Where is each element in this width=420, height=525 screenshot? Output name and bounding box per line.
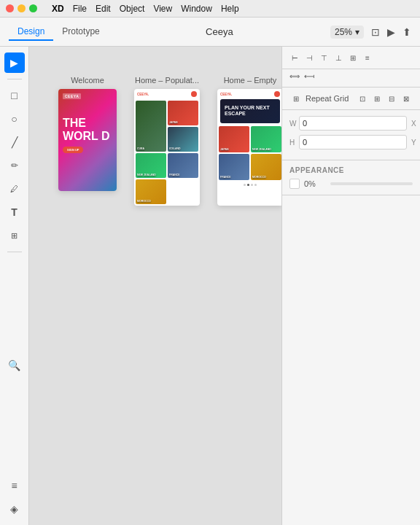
menu-window[interactable]: Window bbox=[181, 4, 212, 14]
zoom-control[interactable]: 25% ▾ bbox=[330, 26, 364, 39]
home-empty-plan-text: PLAN YOUR NEXT ESCAPE bbox=[225, 105, 276, 117]
he-cell-japan-label: JAPAN bbox=[220, 148, 229, 151]
menu-edit[interactable]: Edit bbox=[96, 4, 111, 14]
cell-japan-label: JAPAN bbox=[169, 121, 178, 124]
pen-tool[interactable]: ✏ bbox=[4, 155, 25, 176]
align-left-tool[interactable]: ⊢ bbox=[288, 51, 301, 64]
artboard-home-empty: Home – Empty CEEYA. PLAN YOUR NEXT ESCAP… bbox=[217, 76, 281, 206]
share-icon[interactable]: ⬆ bbox=[402, 26, 411, 38]
welcome-big-text: THE WORL D bbox=[63, 117, 112, 142]
right-panel: ⊢ ⊣ ⊤ ⊥ ⊞ ≡ ⟺ ⟻ ⊞ Repeat Grid ⊡ ⊞ ⊟ ⊠ bbox=[281, 47, 420, 525]
select-tool[interactable]: ▶ bbox=[4, 52, 25, 73]
home-populate-logo: CEEYA. bbox=[137, 93, 149, 96]
rp-icon-4[interactable]: ⊠ bbox=[400, 92, 413, 105]
artboard-welcome-frame[interactable]: CEEYA THE WORL D SIGN UP bbox=[58, 89, 117, 191]
play-icon[interactable]: ▶ bbox=[387, 26, 395, 38]
home-empty-dot bbox=[274, 91, 280, 97]
tab-design[interactable]: Design bbox=[9, 23, 53, 41]
welcome-signup-button[interactable]: SIGN UP bbox=[63, 147, 83, 153]
canvas[interactable]: Welcome CEEYA THE WORL D SIGN UP Home – … bbox=[29, 47, 281, 525]
tab-prototype[interactable]: Prototype bbox=[53, 23, 108, 41]
y-field: Y bbox=[411, 135, 420, 149]
ellipse-tool[interactable]: ○ bbox=[4, 109, 25, 129]
rp-icon-3[interactable]: ⊟ bbox=[385, 92, 398, 105]
layers-icon[interactable]: ≡ bbox=[4, 475, 25, 496]
menu-file[interactable]: File bbox=[73, 4, 87, 14]
he-cell-france-label: FRANCE bbox=[220, 176, 231, 179]
he-cell-morocco: MOROCCO bbox=[251, 154, 281, 180]
home-empty-hero: PLAN YOUR NEXT ESCAPE bbox=[220, 99, 280, 123]
width-label: W bbox=[289, 120, 297, 128]
zoom-tool[interactable]: 🔍 bbox=[4, 355, 25, 376]
traffic-lights bbox=[6, 4, 37, 12]
cell-morocco: MOROCCO bbox=[136, 179, 166, 204]
menu-help[interactable]: Help bbox=[221, 4, 239, 14]
toolbar-right: 25% ▾ ⊡ ▶ ⬆ bbox=[330, 26, 411, 39]
brush-tool[interactable]: 🖊 bbox=[4, 179, 25, 199]
artboards-container: Welcome CEEYA THE WORL D SIGN UP Home – … bbox=[44, 61, 281, 220]
hy-row: H Y bbox=[289, 135, 413, 149]
canvas-inner: Welcome CEEYA THE WORL D SIGN UP Home – … bbox=[44, 61, 281, 525]
home-populate-header: CEEYA. bbox=[134, 89, 200, 99]
he-cell-france: FRANCE bbox=[219, 154, 249, 180]
cell-japan: JAPAN bbox=[168, 101, 198, 125]
cell-newzealand-label: NEW ZEALAND bbox=[137, 174, 156, 176]
rp-icon-1[interactable]: ⊡ bbox=[356, 92, 369, 105]
he-cell-newzealand: NEW ZEALAND bbox=[251, 126, 281, 152]
align-tools-row2: ⟺ ⟻ bbox=[282, 69, 420, 88]
opacity-row: 0% bbox=[289, 179, 413, 189]
main-area: ▶ □ ○ ╱ ✏ 🖊 T ⊞ 🔍 ≡ ◈ Welcome CEEYA THE … bbox=[0, 47, 420, 525]
width-input[interactable] bbox=[299, 116, 407, 131]
opacity-value: 0% bbox=[304, 179, 326, 188]
document-title: Ceeya bbox=[109, 26, 330, 37]
artboard-home-empty-label: Home – Empty bbox=[224, 76, 277, 85]
menu-view[interactable]: View bbox=[153, 4, 172, 14]
width-field: W bbox=[289, 116, 407, 131]
x-field: X bbox=[411, 116, 420, 131]
cell-newzealand: NEW ZEALAND bbox=[136, 153, 166, 178]
opacity-checkbox[interactable] bbox=[289, 179, 300, 189]
menu-object[interactable]: Object bbox=[120, 4, 145, 14]
left-toolbar: ▶ □ ○ ╱ ✏ 🖊 T ⊞ 🔍 ≡ ◈ bbox=[0, 47, 29, 525]
cell-cuba-label: CUBA bbox=[137, 147, 144, 150]
distribute-v-tool[interactable]: ⟻ bbox=[303, 69, 316, 82]
artboard-welcome-label: Welcome bbox=[71, 76, 104, 85]
separator bbox=[7, 79, 22, 79]
artboard-home-populate-label: Home – Populat... bbox=[135, 76, 199, 85]
home-empty-pagination bbox=[217, 182, 281, 188]
minimize-button[interactable] bbox=[18, 4, 26, 12]
align-tools-row1: ⊢ ⊣ ⊤ ⊥ ⊞ ≡ bbox=[282, 47, 420, 69]
align-bottom-tool[interactable]: ≡ bbox=[361, 51, 374, 64]
appearance-title: APPEARANCE bbox=[289, 166, 413, 174]
cell-france-label: FRANCE bbox=[169, 174, 180, 176]
maximize-button[interactable] bbox=[29, 4, 37, 12]
close-button[interactable] bbox=[6, 4, 14, 12]
menubar: XD File Edit Object View Window Help bbox=[0, 0, 420, 18]
align-top-tool[interactable]: ⊥ bbox=[332, 51, 345, 64]
distribute-h-tool[interactable]: ⟺ bbox=[288, 69, 301, 82]
y-label: Y bbox=[411, 139, 419, 147]
welcome-background: CEEYA THE WORL D SIGN UP bbox=[58, 89, 117, 191]
artboard-home-populate-frame[interactable]: CEEYA. CUBA JAPAN bbox=[134, 89, 200, 206]
artboard-tool[interactable]: ⊞ bbox=[4, 225, 25, 246]
device-icon[interactable]: ⊡ bbox=[371, 26, 380, 38]
artboard-home-empty-frame[interactable]: CEEYA. PLAN YOUR NEXT ESCAPE JAPAN NEW Z… bbox=[217, 89, 281, 206]
text-tool[interactable]: T bbox=[4, 202, 25, 222]
home-populate-dot bbox=[191, 91, 197, 97]
opacity-slider[interactable] bbox=[330, 182, 413, 185]
height-label: H bbox=[289, 139, 297, 147]
rp-icon-2[interactable]: ⊞ bbox=[370, 92, 384, 105]
line-tool[interactable]: ╱ bbox=[4, 132, 25, 152]
align-right-tool[interactable]: ⊤ bbox=[317, 51, 330, 64]
align-center-h-tool[interactable]: ⊣ bbox=[303, 51, 316, 64]
he-nav-dot-4 bbox=[254, 184, 257, 186]
he-nav-dot-3 bbox=[251, 184, 253, 186]
app-name: XD bbox=[52, 4, 64, 14]
toolbar-tabs: Design Prototype bbox=[9, 23, 109, 41]
align-center-v-tool[interactable]: ⊞ bbox=[346, 51, 359, 64]
cell-morocco-label: MOROCCO bbox=[137, 200, 151, 203]
rectangle-tool[interactable]: □ bbox=[4, 85, 25, 106]
height-field: H bbox=[289, 135, 407, 149]
height-input[interactable] bbox=[299, 135, 407, 149]
assets-icon[interactable]: ◈ bbox=[4, 499, 25, 519]
